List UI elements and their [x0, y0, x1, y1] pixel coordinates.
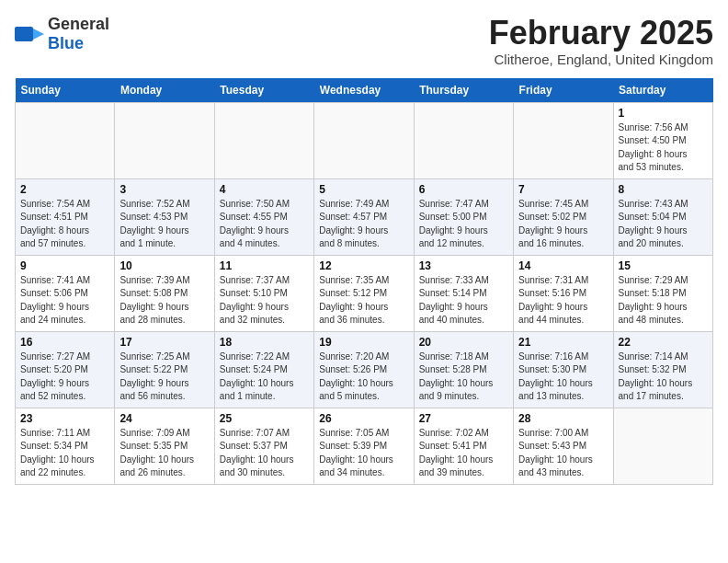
day-number: 9 [20, 259, 109, 272]
calendar-cell: 4Sunrise: 7:50 AM Sunset: 4:55 PM Daylig… [214, 178, 313, 255]
day-info: Sunrise: 7:02 AM Sunset: 5:41 PM Dayligh… [419, 427, 508, 480]
calendar-cell: 18Sunrise: 7:22 AM Sunset: 5:24 PM Dayli… [214, 331, 313, 408]
week-row-1: 1Sunrise: 7:56 AM Sunset: 4:50 PM Daylig… [16, 102, 713, 178]
calendar-cell: 5Sunrise: 7:49 AM Sunset: 4:57 PM Daylig… [314, 178, 414, 255]
week-row-5: 23Sunrise: 7:11 AM Sunset: 5:34 PM Dayli… [16, 408, 713, 484]
day-number: 5 [319, 183, 408, 196]
day-number: 11 [220, 259, 309, 272]
day-number: 13 [419, 259, 508, 272]
calendar-cell: 11Sunrise: 7:37 AM Sunset: 5:10 PM Dayli… [214, 255, 313, 331]
calendar-cell: 19Sunrise: 7:20 AM Sunset: 5:26 PM Dayli… [314, 331, 414, 408]
calendar-cell: 20Sunrise: 7:18 AM Sunset: 5:28 PM Dayli… [414, 331, 513, 408]
day-number: 22 [619, 336, 708, 349]
calendar-cell: 8Sunrise: 7:43 AM Sunset: 5:04 PM Daylig… [613, 178, 712, 255]
day-number: 25 [220, 412, 309, 425]
day-number: 2 [20, 183, 109, 196]
title-section: February 2025 Clitheroe, England, United… [489, 15, 713, 67]
logo: General Blue [15, 15, 109, 53]
calendar-cell: 25Sunrise: 7:07 AM Sunset: 5:37 PM Dayli… [214, 408, 313, 484]
calendar-cell: 1Sunrise: 7:56 AM Sunset: 4:50 PM Daylig… [613, 102, 712, 178]
day-info: Sunrise: 7:18 AM Sunset: 5:28 PM Dayligh… [419, 350, 508, 404]
day-number: 16 [20, 336, 109, 349]
day-info: Sunrise: 7:14 AM Sunset: 5:32 PM Dayligh… [619, 350, 708, 404]
calendar-cell [613, 408, 712, 484]
calendar-cell: 16Sunrise: 7:27 AM Sunset: 5:20 PM Dayli… [16, 331, 115, 408]
page-header: General Blue February 2025 Clitheroe, En… [15, 15, 713, 67]
day-number: 26 [319, 412, 408, 425]
calendar-cell: 27Sunrise: 7:02 AM Sunset: 5:41 PM Dayli… [414, 408, 513, 484]
day-info: Sunrise: 7:27 AM Sunset: 5:20 PM Dayligh… [20, 350, 109, 404]
day-number: 23 [20, 412, 109, 425]
calendar-title: February 2025 [489, 15, 713, 52]
day-info: Sunrise: 7:50 AM Sunset: 4:55 PM Dayligh… [220, 198, 309, 251]
day-info: Sunrise: 7:41 AM Sunset: 5:06 PM Dayligh… [20, 274, 109, 327]
calendar-cell [514, 102, 613, 178]
calendar-cell: 6Sunrise: 7:47 AM Sunset: 5:00 PM Daylig… [414, 178, 513, 255]
day-info: Sunrise: 7:47 AM Sunset: 5:00 PM Dayligh… [419, 198, 508, 251]
weekday-header-sunday: Sunday [16, 78, 115, 103]
weekday-header-friday: Friday [514, 78, 613, 103]
calendar-cell: 15Sunrise: 7:29 AM Sunset: 5:18 PM Dayli… [613, 255, 712, 331]
weekday-header-thursday: Thursday [414, 78, 513, 103]
day-info: Sunrise: 7:56 AM Sunset: 4:50 PM Dayligh… [619, 121, 708, 175]
calendar-cell: 9Sunrise: 7:41 AM Sunset: 5:06 PM Daylig… [16, 255, 115, 331]
day-info: Sunrise: 7:05 AM Sunset: 5:39 PM Dayligh… [319, 427, 408, 480]
day-info: Sunrise: 7:25 AM Sunset: 5:22 PM Dayligh… [119, 350, 209, 404]
day-number: 8 [619, 183, 708, 196]
day-info: Sunrise: 7:20 AM Sunset: 5:26 PM Dayligh… [319, 350, 408, 404]
day-info: Sunrise: 7:31 AM Sunset: 5:16 PM Dayligh… [518, 274, 608, 327]
calendar-cell: 12Sunrise: 7:35 AM Sunset: 5:12 PM Dayli… [314, 255, 414, 331]
day-number: 27 [419, 412, 508, 425]
day-number: 28 [518, 412, 608, 425]
calendar-cell: 10Sunrise: 7:39 AM Sunset: 5:08 PM Dayli… [115, 255, 214, 331]
day-number: 1 [619, 107, 708, 120]
calendar-cell [314, 102, 414, 178]
logo-icon [15, 19, 44, 49]
calendar-cell: 13Sunrise: 7:33 AM Sunset: 5:14 PM Dayli… [414, 255, 513, 331]
day-number: 18 [220, 336, 309, 349]
calendar-cell [16, 102, 115, 178]
calendar-cell [414, 102, 513, 178]
day-info: Sunrise: 7:16 AM Sunset: 5:30 PM Dayligh… [518, 350, 608, 404]
calendar-cell: 7Sunrise: 7:45 AM Sunset: 5:02 PM Daylig… [514, 178, 613, 255]
calendar-cell: 26Sunrise: 7:05 AM Sunset: 5:39 PM Dayli… [314, 408, 414, 484]
calendar-cell: 22Sunrise: 7:14 AM Sunset: 5:32 PM Dayli… [613, 331, 712, 408]
day-number: 7 [518, 183, 608, 196]
calendar-cell: 17Sunrise: 7:25 AM Sunset: 5:22 PM Dayli… [115, 331, 214, 408]
calendar-cell: 24Sunrise: 7:09 AM Sunset: 5:35 PM Dayli… [115, 408, 214, 484]
svg-rect-0 [15, 27, 33, 41]
day-number: 3 [119, 183, 209, 196]
day-number: 4 [220, 183, 309, 196]
day-info: Sunrise: 7:29 AM Sunset: 5:18 PM Dayligh… [619, 274, 708, 327]
calendar-cell: 14Sunrise: 7:31 AM Sunset: 5:16 PM Dayli… [514, 255, 613, 331]
day-info: Sunrise: 7:35 AM Sunset: 5:12 PM Dayligh… [319, 274, 408, 327]
day-info: Sunrise: 7:33 AM Sunset: 5:14 PM Dayligh… [419, 274, 508, 327]
day-number: 12 [319, 259, 408, 272]
day-number: 6 [419, 183, 508, 196]
day-info: Sunrise: 7:52 AM Sunset: 4:53 PM Dayligh… [119, 198, 209, 251]
day-number: 17 [119, 336, 209, 349]
calendar-cell: 28Sunrise: 7:00 AM Sunset: 5:43 PM Dayli… [514, 408, 613, 484]
weekday-header-tuesday: Tuesday [214, 78, 313, 103]
day-number: 19 [319, 336, 408, 349]
day-info: Sunrise: 7:00 AM Sunset: 5:43 PM Dayligh… [518, 427, 608, 480]
day-info: Sunrise: 7:22 AM Sunset: 5:24 PM Dayligh… [220, 350, 309, 404]
weekday-header-row: SundayMondayTuesdayWednesdayThursdayFrid… [16, 78, 713, 103]
week-row-3: 9Sunrise: 7:41 AM Sunset: 5:06 PM Daylig… [16, 255, 713, 331]
day-info: Sunrise: 7:37 AM Sunset: 5:10 PM Dayligh… [220, 274, 309, 327]
calendar-cell: 2Sunrise: 7:54 AM Sunset: 4:51 PM Daylig… [16, 178, 115, 255]
calendar-cell: 3Sunrise: 7:52 AM Sunset: 4:53 PM Daylig… [115, 178, 214, 255]
day-number: 21 [518, 336, 608, 349]
day-number: 20 [419, 336, 508, 349]
calendar-subtitle: Clitheroe, England, United Kingdom [489, 52, 713, 67]
day-info: Sunrise: 7:49 AM Sunset: 4:57 PM Dayligh… [319, 198, 408, 251]
week-row-4: 16Sunrise: 7:27 AM Sunset: 5:20 PM Dayli… [16, 331, 713, 408]
logo-general: General [48, 15, 109, 33]
day-number: 24 [119, 412, 209, 425]
day-number: 10 [119, 259, 209, 272]
day-number: 15 [619, 259, 708, 272]
day-info: Sunrise: 7:43 AM Sunset: 5:04 PM Dayligh… [619, 198, 708, 251]
weekday-header-monday: Monday [115, 78, 214, 103]
day-info: Sunrise: 7:54 AM Sunset: 4:51 PM Dayligh… [20, 198, 109, 251]
weekday-header-saturday: Saturday [613, 78, 712, 103]
